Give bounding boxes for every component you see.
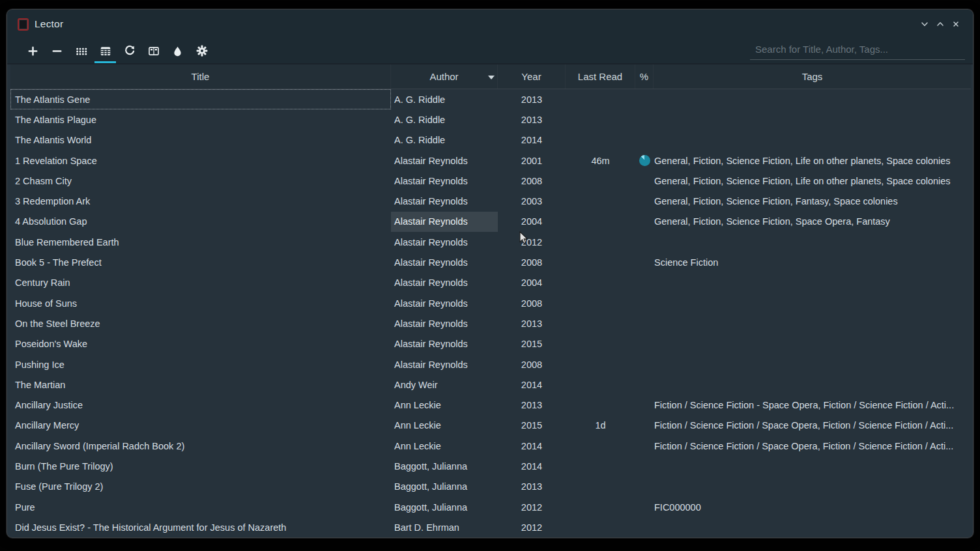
- cell-year[interactable]: 2012: [498, 497, 566, 517]
- cell-last-read[interactable]: [566, 130, 635, 150]
- cell-year[interactable]: 2004: [498, 273, 566, 293]
- table-row[interactable]: Blue Remembered Earth Alastair Reynolds …: [10, 232, 971, 252]
- cell-percent[interactable]: [635, 130, 654, 150]
- cell-author[interactable]: A. G. Riddle: [391, 89, 498, 109]
- table-row[interactable]: Book 5 - The Prefect Alastair Reynolds 2…: [10, 252, 971, 272]
- cell-author[interactable]: Alastair Reynolds: [391, 191, 498, 211]
- cell-last-read[interactable]: [566, 354, 635, 374]
- cell-tags[interactable]: General, Fiction, Science Fiction, Life …: [654, 150, 971, 171]
- cell-year[interactable]: 2008: [498, 293, 566, 313]
- cell-title[interactable]: Ancillary Sword (Imperial Radch Book 2): [10, 436, 391, 456]
- cell-year[interactable]: 2013: [498, 89, 566, 109]
- cell-author[interactable]: Andy Weir: [391, 374, 498, 395]
- cell-year[interactable]: 2014: [498, 436, 566, 456]
- cell-title[interactable]: Pushing Ice: [10, 354, 391, 374]
- cell-title[interactable]: 3 Redemption Ark: [10, 191, 391, 211]
- cell-tags[interactable]: [654, 313, 971, 333]
- cell-title[interactable]: Did Jesus Exist? - The Historical Argume…: [10, 517, 391, 537]
- cell-title[interactable]: The Atlantis Plague: [10, 109, 391, 130]
- cell-percent[interactable]: [635, 252, 654, 272]
- cell-title[interactable]: Ancillary Justice: [10, 395, 391, 415]
- table-row[interactable]: The Martian Andy Weir 2014: [10, 374, 971, 395]
- cell-percent[interactable]: [635, 273, 654, 293]
- cell-last-read[interactable]: [566, 477, 635, 497]
- cell-last-read[interactable]: [566, 232, 635, 252]
- add-book-button[interactable]: [21, 38, 45, 63]
- cell-tags[interactable]: Fiction / Science Fiction / Space Opera,…: [654, 416, 971, 436]
- cell-year[interactable]: 2013: [498, 395, 566, 415]
- cell-title[interactable]: On the Steel Breeze: [10, 313, 391, 333]
- cell-author[interactable]: Ann Leckie: [391, 436, 498, 456]
- cell-percent[interactable]: [635, 456, 654, 476]
- theme-button[interactable]: [166, 38, 190, 63]
- cell-percent[interactable]: [635, 395, 654, 415]
- cell-year[interactable]: 2008: [498, 252, 566, 272]
- cell-percent[interactable]: [635, 293, 654, 313]
- cell-last-read[interactable]: 1d: [566, 416, 635, 436]
- cell-title[interactable]: Fuse (Pure Trilogy 2): [10, 477, 391, 497]
- table-row[interactable]: Did Jesus Exist? - The Historical Argume…: [10, 517, 971, 537]
- cell-author[interactable]: Alastair Reynolds: [391, 354, 498, 374]
- reload-library-button[interactable]: [117, 38, 141, 63]
- table-row[interactable]: House of Suns Alastair Reynolds 2008: [10, 293, 971, 313]
- cell-year[interactable]: 2012: [498, 517, 566, 537]
- cell-tags[interactable]: General, Fiction, Science Fiction, Fanta…: [654, 191, 971, 211]
- table-row[interactable]: Century Rain Alastair Reynolds 2004: [10, 273, 971, 293]
- cell-author[interactable]: Ann Leckie: [391, 416, 498, 436]
- table-row[interactable]: The Atlantis Plague A. G. Riddle 2013: [10, 109, 971, 130]
- cell-tags[interactable]: [654, 517, 971, 537]
- cell-title[interactable]: Pure: [10, 497, 391, 517]
- cell-tags[interactable]: [654, 293, 971, 313]
- cell-title[interactable]: The Atlantis Gene: [10, 89, 391, 109]
- column-header-tags[interactable]: Tags: [654, 64, 971, 89]
- search-input[interactable]: [750, 42, 965, 60]
- cell-last-read[interactable]: [566, 436, 635, 456]
- cell-author[interactable]: Baggott, Julianna: [391, 456, 498, 476]
- table-row[interactable]: Pure Baggott, Julianna 2012 FIC000000: [10, 497, 971, 517]
- settings-button[interactable]: [190, 38, 214, 63]
- table-row[interactable]: Poseidon's Wake Alastair Reynolds 2015: [10, 334, 971, 354]
- cover-view-button[interactable]: [69, 38, 93, 63]
- cell-year[interactable]: 2013: [498, 313, 566, 333]
- cell-percent[interactable]: [635, 171, 654, 191]
- cell-author[interactable]: Bart D. Ehrman: [391, 517, 498, 537]
- cell-author[interactable]: A. G. Riddle: [391, 130, 498, 150]
- table-view-button[interactable]: [93, 38, 117, 63]
- cell-tags[interactable]: [654, 477, 971, 497]
- cell-title[interactable]: House of Suns: [10, 293, 391, 313]
- library-button[interactable]: [141, 38, 166, 63]
- cell-year[interactable]: 2015: [498, 416, 566, 436]
- cell-title[interactable]: The Martian: [10, 374, 391, 395]
- cell-year[interactable]: 2013: [498, 477, 566, 497]
- cell-year[interactable]: 2008: [498, 354, 566, 374]
- column-header-last-read[interactable]: Last Read: [566, 64, 635, 89]
- cell-percent[interactable]: [635, 334, 654, 354]
- cell-tags[interactable]: [654, 232, 971, 252]
- cell-tags[interactable]: Fiction / Science Fiction - Space Opera,…: [654, 395, 971, 415]
- cell-year[interactable]: 2003: [498, 191, 566, 211]
- cell-tags[interactable]: [654, 89, 971, 109]
- cell-percent[interactable]: [635, 374, 654, 395]
- cell-percent[interactable]: [635, 313, 654, 333]
- cell-percent[interactable]: [635, 150, 654, 171]
- cell-author[interactable]: Alastair Reynolds: [391, 313, 498, 333]
- cell-last-read[interactable]: [566, 89, 635, 109]
- cell-last-read[interactable]: 46m: [566, 150, 635, 171]
- cell-percent[interactable]: [635, 497, 654, 517]
- cell-last-read[interactable]: [566, 109, 635, 130]
- cell-year[interactable]: 2008: [498, 171, 566, 191]
- cell-author[interactable]: Ann Leckie: [391, 395, 498, 415]
- table-row[interactable]: On the Steel Breeze Alastair Reynolds 20…: [10, 313, 971, 333]
- cell-title[interactable]: Burn (The Pure Trilogy): [10, 456, 391, 476]
- table-row[interactable]: Pushing Ice Alastair Reynolds 2008: [10, 354, 971, 374]
- cell-year[interactable]: 2013: [498, 109, 566, 130]
- cell-tags[interactable]: Fiction / Science Fiction / Space Opera,…: [654, 436, 971, 456]
- table-row[interactable]: 2 Chasm City Alastair Reynolds 2008 Gene…: [10, 171, 971, 191]
- table-row[interactable]: The Atlantis World A. G. Riddle 2014: [10, 130, 971, 150]
- cell-author[interactable]: Alastair Reynolds: [391, 252, 498, 272]
- cell-last-read[interactable]: [566, 212, 635, 232]
- table-row[interactable]: 3 Redemption Ark Alastair Reynolds 2003 …: [10, 191, 971, 211]
- cell-tags[interactable]: Science Fiction: [654, 252, 971, 272]
- table-row[interactable]: Ancillary Sword (Imperial Radch Book 2) …: [10, 436, 971, 456]
- cell-last-read[interactable]: [566, 273, 635, 293]
